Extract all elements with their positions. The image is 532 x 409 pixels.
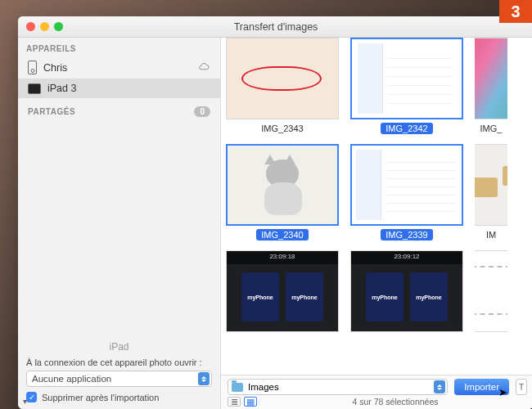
selection-status: 4 sur 78 sélectionnées bbox=[264, 397, 527, 407]
open-with-label: À la connexion de cet appareil photo ouv… bbox=[26, 357, 212, 367]
thumbnail-name: IM bbox=[481, 229, 501, 240]
open-with-value: Aucune application bbox=[32, 374, 111, 384]
thumbnail-image bbox=[475, 144, 507, 226]
main-panel: IMG_2343 IMG_2342 IMG_ IMG_2340 bbox=[221, 38, 532, 409]
app-window: Transfert d'images APPAREILS Chris iPad … bbox=[18, 16, 532, 409]
thumbnail-image bbox=[475, 250, 507, 332]
thumb-dark-a[interactable]: 23:09:18 myPhonemyPhone bbox=[226, 250, 339, 332]
thumbnail-image bbox=[226, 144, 339, 226]
thumb-img-2340[interactable]: IMG_2340 bbox=[226, 144, 339, 240]
window-title: Transfert d'images bbox=[18, 21, 532, 33]
sidebar-device-chris[interactable]: Chris bbox=[18, 56, 220, 79]
import-all-button[interactable]: T bbox=[516, 379, 527, 395]
device-label: iPad 3 bbox=[47, 83, 76, 94]
cursor-icon: ➤ bbox=[498, 386, 507, 398]
thumbnail-image bbox=[350, 38, 463, 119]
thumbnail-name: IMG_2342 bbox=[381, 123, 432, 134]
thumbnail-grid[interactable]: IMG_2343 IMG_2342 IMG_ IMG_2340 bbox=[221, 38, 532, 375]
selected-device-label: iPad bbox=[26, 339, 212, 357]
section-header-shared: PARTAGÉS bbox=[28, 107, 75, 116]
thumb-img-2343[interactable]: IMG_2343 bbox=[226, 38, 339, 134]
open-with-select[interactable]: Aucune application bbox=[26, 371, 212, 387]
step-badge: 3 bbox=[499, 0, 532, 23]
thumbnail-name: IMG_2339 bbox=[381, 229, 432, 240]
stepper-icon[interactable] bbox=[434, 380, 445, 393]
view-list-icon[interactable]: ≣ bbox=[228, 397, 241, 407]
cloud-icon bbox=[197, 62, 210, 74]
thumbnail-image bbox=[350, 144, 463, 226]
thumb-img-2339[interactable]: IMG_2339 bbox=[350, 144, 463, 240]
thumbnail-image: 23:09:12 myPhonemyPhone bbox=[350, 250, 463, 332]
stepper-icon[interactable] bbox=[198, 372, 210, 385]
sidebar-bottom-panel: iPad À la connexion de cet appareil phot… bbox=[18, 339, 220, 409]
thumbnail-image bbox=[475, 38, 507, 119]
tablet-icon bbox=[28, 83, 41, 94]
thumb-dark-b[interactable]: 23:09:12 myPhonemyPhone bbox=[350, 250, 463, 332]
thumb-partial-r3[interactable] bbox=[475, 250, 507, 332]
thumb-partial-r2[interactable]: IM bbox=[475, 144, 507, 240]
delete-after-label: Supprimer après l'importation bbox=[42, 393, 159, 402]
thumbnail-image: 23:09:18 myPhonemyPhone bbox=[226, 250, 339, 332]
thumb-img-2342[interactable]: IMG_2342 bbox=[350, 38, 463, 134]
sidebar-toggle-icon[interactable]: ▾ bbox=[23, 397, 27, 406]
thumbnail-name: IMG_2343 bbox=[256, 123, 308, 134]
folder-icon bbox=[232, 383, 243, 392]
view-grid-icon[interactable]: ▦ bbox=[244, 397, 257, 407]
section-header-devices: APPAREILS bbox=[18, 38, 220, 56]
destination-value: Images bbox=[248, 382, 279, 392]
thumbnail-name: IMG_2340 bbox=[256, 229, 308, 240]
thumbnail-name: IMG_ bbox=[476, 123, 507, 134]
thumb-partial-r1[interactable]: IMG_ bbox=[475, 38, 507, 134]
shared-count-badge: 0 bbox=[194, 106, 210, 117]
delete-after-checkbox[interactable] bbox=[26, 392, 37, 402]
thumbnail-image bbox=[226, 38, 339, 119]
titlebar[interactable]: Transfert d'images bbox=[18, 16, 532, 38]
device-label: Chris bbox=[43, 62, 67, 74]
sidebar-device-ipad3[interactable]: iPad 3 bbox=[18, 79, 220, 98]
bottom-toolbar: Images Importer ➤ T ≣ ▦ 4 sur 78 bbox=[221, 375, 532, 409]
phone-icon bbox=[28, 61, 37, 74]
destination-select[interactable]: Images bbox=[228, 379, 448, 395]
sidebar: APPAREILS Chris iPad 3 PARTAGÉS 0 iPad À… bbox=[18, 38, 221, 409]
import-button[interactable]: Importer ➤ bbox=[454, 379, 509, 395]
